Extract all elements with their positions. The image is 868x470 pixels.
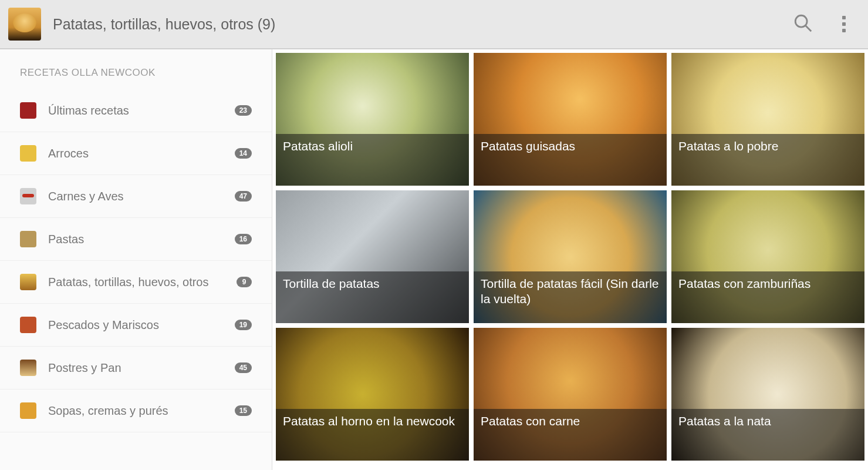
app-icon[interactable] — [8, 8, 41, 41]
sidebar-heading: RECETAS OLLA NEWCOOK — [0, 49, 272, 89]
page-title: Patatas, tortillas, huevos, otros (9) — [53, 16, 793, 33]
count-badge: 16 — [235, 234, 252, 244]
recipe-card[interactable]: Patatas con carne — [474, 328, 667, 461]
sidebar-item-label: Últimas recetas — [48, 104, 235, 118]
count-badge: 45 — [235, 362, 252, 373]
count-badge: 9 — [237, 277, 252, 287]
recipe-grid-container: Patatas alioli Patatas guisadas Patatas … — [272, 49, 868, 470]
sidebar-item-label: Sopas, cremas y purés — [48, 404, 235, 418]
recipe-title: Patatas a lo pobre — [671, 134, 864, 186]
action-bar: Patatas, tortillas, huevos, otros (9) — [0, 0, 868, 49]
category-icon — [20, 102, 36, 119]
category-icon — [20, 402, 36, 419]
recipe-card[interactable]: Tortilla de patatas fácil (Sin darle la … — [474, 190, 667, 323]
sidebar-item-postres-pan[interactable]: Postres y Pan 45 — [0, 347, 272, 390]
sidebar-item-label: Patatas, tortillas, huevos, otros — [48, 276, 237, 289]
sidebar-item-label: Pastas — [48, 233, 235, 246]
recipe-card[interactable]: Patatas a la nata — [671, 328, 864, 461]
svg-line-1 — [805, 25, 811, 31]
recipe-title: Patatas con carne — [474, 409, 667, 461]
sidebar-item-label: Postres y Pan — [48, 361, 235, 375]
category-icon — [20, 231, 36, 247]
recipe-card[interactable]: Patatas alioli — [276, 53, 469, 186]
count-badge: 14 — [235, 148, 252, 159]
sidebar-item-patatas-tortillas[interactable]: Patatas, tortillas, huevos, otros 9 — [0, 261, 272, 304]
svg-point-0 — [795, 15, 807, 27]
content: RECETAS OLLA NEWCOOK Últimas recetas 23 … — [0, 49, 868, 470]
sidebar-item-carnes-aves[interactable]: Carnes y Aves 47 — [0, 175, 272, 218]
count-badge: 47 — [235, 191, 252, 202]
category-icon — [20, 274, 36, 290]
recipe-title: Patatas al horno en la newcook — [276, 409, 469, 461]
recipe-title: Tortilla de patatas fácil (Sin darle la … — [474, 271, 667, 323]
recipe-card[interactable]: Patatas guisadas — [474, 53, 667, 186]
category-icon — [20, 360, 36, 376]
recipe-card[interactable]: Patatas con zamburiñas — [671, 190, 864, 323]
action-icons — [793, 13, 860, 35]
category-icon — [20, 188, 36, 204]
recipe-card[interactable]: Tortilla de patatas — [276, 190, 469, 323]
count-badge: 19 — [235, 320, 252, 330]
count-badge: 15 — [235, 405, 252, 416]
overflow-menu-icon[interactable] — [840, 14, 848, 35]
sidebar-item-pastas[interactable]: Pastas 16 — [0, 218, 272, 261]
sidebar-item-label: Pescados y Mariscos — [48, 318, 235, 332]
recipe-card[interactable]: Patatas al horno en la newcook — [276, 328, 469, 461]
sidebar-item-arroces[interactable]: Arroces 14 — [0, 132, 272, 175]
category-icon — [20, 317, 36, 333]
recipe-title: Patatas alioli — [276, 134, 469, 186]
recipe-grid: Patatas alioli Patatas guisadas Patatas … — [276, 53, 864, 461]
recipe-title: Tortilla de patatas — [276, 271, 469, 323]
sidebar-item-sopas-cremas[interactable]: Sopas, cremas y purés 15 — [0, 390, 272, 432]
category-icon — [20, 145, 36, 162]
sidebar-item-label: Arroces — [48, 147, 235, 160]
recipe-title: Patatas guisadas — [474, 134, 667, 186]
recipe-title: Patatas a la nata — [671, 409, 864, 461]
recipe-card[interactable]: Patatas a lo pobre — [671, 53, 864, 186]
sidebar-item-label: Carnes y Aves — [48, 190, 235, 203]
sidebar-item-ultimas-recetas[interactable]: Últimas recetas 23 — [0, 89, 272, 132]
sidebar-item-pescados-mariscos[interactable]: Pescados y Mariscos 19 — [0, 304, 272, 347]
sidebar: RECETAS OLLA NEWCOOK Últimas recetas 23 … — [0, 49, 272, 470]
count-badge: 23 — [235, 105, 252, 116]
search-icon[interactable] — [793, 13, 813, 35]
recipe-title: Patatas con zamburiñas — [671, 271, 864, 323]
